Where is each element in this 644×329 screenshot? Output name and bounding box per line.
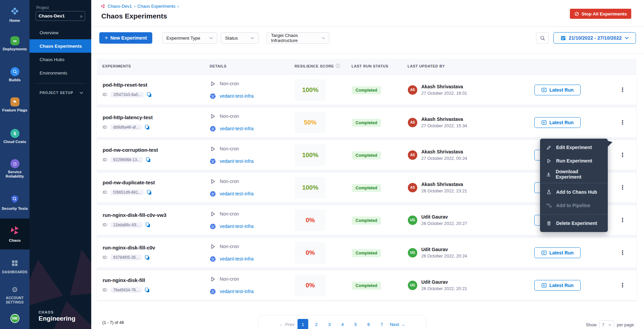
row-menu-kebab-icon[interactable]: ⋮ (618, 151, 627, 159)
row-menu-kebab-icon[interactable]: ⋮ (618, 281, 627, 290)
sidebar-item-feature-flags[interactable]: ⚑ Feature Flags (0, 97, 30, 112)
play-icon (210, 146, 216, 152)
play-icon (210, 244, 216, 249)
copy-icon[interactable] (145, 287, 150, 293)
sidebar-item-builds[interactable]: Builds (0, 67, 30, 82)
row-menu-kebab-icon[interactable]: ⋮ (618, 248, 627, 257)
sidebar-item-label: Home (9, 18, 20, 23)
page-button-3[interactable]: 3 (324, 319, 334, 329)
updated-by-name: Akash Shrivastava (421, 149, 467, 154)
page-button-1[interactable]: 1 (298, 319, 308, 329)
project-menu: Overview Chaos Experiments Chaos Hubs En… (30, 26, 91, 80)
row-menu-kebab-icon[interactable]: ⋮ (618, 183, 627, 192)
infrastructure-link[interactable]: vedant-test-infra (220, 158, 254, 164)
page-button-7[interactable]: 7 (377, 319, 387, 329)
infrastructure-link[interactable]: vedant-test-infra (220, 289, 254, 294)
copy-icon[interactable] (145, 125, 150, 130)
experiment-name[interactable]: run-nginx-disk-fill-c0v (103, 245, 210, 250)
infrastructure-link[interactable]: vedant-test-infra (220, 224, 254, 229)
updated-by-date: 26 October 2022, 23:21 (421, 188, 467, 193)
experiment-name[interactable]: pod-nw-duplicate-test (103, 180, 210, 185)
sidebar-item-dashboards[interactable]: DASHBOARDS (0, 260, 30, 274)
cloud-costs-icon: $ (10, 129, 19, 138)
experiment-type-filter[interactable]: Experiment Type (162, 32, 217, 44)
breadcrumb-link-experiments[interactable]: Chaos Experiments (138, 4, 175, 9)
latest-run-button[interactable]: Latest Run (534, 247, 581, 258)
next-page-button[interactable]: Next→ (390, 319, 405, 329)
sidebar-item-chaos-experiments[interactable]: Chaos Experiments (30, 39, 91, 53)
menu-item-add-to-pipeline[interactable]: Add to Pipeline (540, 199, 608, 212)
sidebar-item-cloud-costs[interactable]: $ Cloud Costs (0, 129, 30, 144)
new-experiment-button[interactable]: + New Experiment (99, 32, 152, 44)
project-setup-toggle[interactable]: PROJECT SETUP (40, 91, 83, 95)
experiment-id: f26651d9-681... (110, 189, 144, 195)
menu-item-run-experiment[interactable]: Run Experiment (540, 154, 608, 168)
experiment-name[interactable]: pod-nw-corruption-test (103, 147, 210, 153)
row-menu-kebab-icon[interactable]: ⋮ (618, 216, 627, 225)
page-button-5[interactable]: 5 (351, 319, 361, 329)
infrastructure-link[interactable]: vedant-test-infra (220, 191, 254, 196)
copy-icon[interactable] (147, 190, 152, 195)
per-page-suffix: per page (617, 322, 634, 327)
page-button-4[interactable]: 4 (337, 319, 347, 329)
latest-run-button[interactable]: Latest Run (534, 85, 581, 95)
experiment-name[interactable]: pod-http-latency-test (103, 114, 210, 120)
latest-run-button[interactable]: Latest Run (534, 280, 581, 291)
stop-all-experiments-button[interactable]: Stop All Experiments (570, 9, 631, 19)
row-menu-kebab-icon[interactable]: ⋮ (618, 118, 627, 127)
updated-by-name: Akash Shrivastava (421, 116, 467, 122)
experiment-name[interactable]: run-nginx-disk-fill (103, 277, 210, 283)
menu-item-delete-experiment[interactable]: Delete Experiment (540, 217, 608, 230)
collapse-chevrons-icon[interactable]: » (80, 13, 82, 19)
copy-icon[interactable] (147, 92, 152, 97)
latest-run-button[interactable]: Latest Run (534, 117, 581, 128)
pagination-range: (1 - 7) of 46 (102, 320, 124, 325)
experiment-name[interactable]: run-nginx-disk-fill-c0v-vw3 (103, 212, 210, 218)
schedule-type: Non-cron (220, 113, 239, 119)
infrastructure-link[interactable]: vedant-test-infra (220, 256, 254, 262)
table-row[interactable]: run-nginx-disk-fillID:76e8f434-76...Non-… (97, 270, 637, 300)
experiment-id: db8d6a46-af... (110, 124, 142, 130)
menu-item-download-experiment[interactable]: Download Experiment (540, 168, 608, 181)
infrastructure-link[interactable]: vedant-test-infra (220, 93, 254, 99)
date-range-picker[interactable]: 21/10/2022 - 27/10/2022 (553, 32, 636, 44)
sidebar-item-service-reliability[interactable]: ◷ Service Reliability (0, 159, 30, 179)
sidebar-item-security-tests[interactable]: Security Tests (0, 195, 30, 211)
breadcrumb-link-project[interactable]: Chaos-Dev1 (108, 4, 132, 9)
row-menu-kebab-icon[interactable]: ⋮ (618, 86, 627, 94)
flask-icon (546, 190, 552, 195)
project-selector[interactable]: Chaos-Dev1 » (36, 11, 85, 21)
menu-item-edit-experiment[interactable]: Edit Experiment (540, 141, 608, 154)
sidebar-item-overview[interactable]: Overview (30, 26, 91, 39)
sidebar-item-account-settings[interactable]: ⚙ ACCOUNT SETTINGS (0, 285, 30, 304)
play-icon (210, 211, 216, 217)
menu-item-add-to-chaos-hub[interactable]: Add to Chaos Hub (540, 185, 608, 199)
status-filter[interactable]: Status (221, 32, 259, 44)
sidebar-item-label: Builds (9, 78, 20, 82)
sidebar-item-deployments[interactable]: ∞ Deployments (0, 36, 30, 51)
sidebar-item-chaos[interactable]: Chaos (0, 219, 30, 249)
experiment-name[interactable]: pod-http-reset-test (103, 82, 210, 88)
experiment-id-label: ID: (103, 288, 108, 292)
target-infrastructure-filter[interactable]: Target Chaos Infrastructure (267, 32, 329, 44)
info-icon[interactable]: ⓘ (336, 63, 340, 69)
experiment-id-label: ID: (103, 125, 108, 130)
sidebar-item-environments[interactable]: Environments (30, 66, 91, 80)
page-button-6[interactable]: 6 (364, 319, 374, 329)
page-button-2[interactable]: 2 (311, 319, 321, 329)
copy-icon[interactable] (145, 255, 150, 260)
search-button[interactable] (536, 32, 549, 44)
sidebar-item-home[interactable]: Home (0, 7, 30, 23)
table-row[interactable]: pod-http-reset-testID:1f5471b3-6a5...Non… (97, 75, 637, 105)
chaos-icon (10, 225, 20, 237)
plus-icon: + (105, 35, 108, 41)
per-page-select[interactable]: 7 (599, 320, 614, 329)
table-row[interactable]: run-nginx-disk-fill-c0vID:93784f05-35...… (97, 237, 637, 268)
sidebar-item-chaos-hubs[interactable]: Chaos Hubs (30, 53, 91, 66)
infrastructure-link[interactable]: vedant-test-infra (220, 126, 254, 131)
prev-page-button[interactable]: ←Prev (279, 319, 294, 329)
user-avatar-rail[interactable]: NM (0, 314, 30, 323)
copy-icon[interactable] (146, 157, 151, 162)
table-row[interactable]: pod-http-latency-testID:db8d6a46-af...No… (97, 107, 637, 138)
copy-icon[interactable] (145, 222, 151, 228)
